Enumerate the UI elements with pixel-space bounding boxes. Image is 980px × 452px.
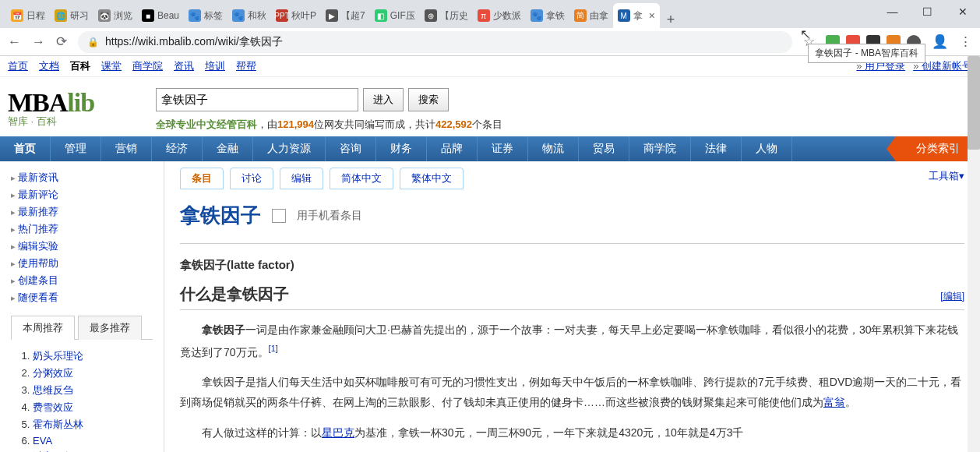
url-text: https://wiki.mbalib.com/wiki/拿铁因子 (105, 35, 283, 49)
sidebar-recommendations: 奶头乐理论分粥效应思维反刍费雪效应霍布斯丛林EVA过客现象特里芬难题 (11, 348, 153, 452)
tab-label: 【历史 (440, 9, 468, 23)
sidebar-tab-week[interactable]: 本周推荐 (11, 316, 75, 340)
mainnav-link[interactable]: 营销 (101, 136, 152, 161)
logo[interactable]: MBAlib 智库 · 百科 (8, 88, 140, 129)
window-close[interactable]: ✕ (945, 0, 980, 23)
topnav-link[interactable]: 首页 (8, 59, 28, 73)
window-minimize[interactable]: — (875, 0, 910, 23)
wiki-link[interactable]: 富翁 (823, 396, 845, 408)
mainnav-link[interactable]: 财务 (376, 136, 427, 161)
go-button[interactable]: 进入 (363, 88, 404, 111)
sidebar-rec-link[interactable]: 奶头乐理论 (33, 350, 83, 362)
sidebar-link[interactable]: 最新推荐 (18, 206, 58, 217)
browser-tab[interactable]: ■Beau (137, 3, 184, 28)
sidebar-rec-link[interactable]: 霍布斯丛林 (33, 418, 83, 430)
browser-tab[interactable]: 🐾和秋 (227, 3, 271, 28)
qr-icon[interactable] (272, 209, 286, 223)
browser-tab[interactable]: 🌐研习 (50, 3, 93, 28)
tab-favicon: M (618, 9, 630, 22)
browser-tab[interactable]: ◧GIF压 (370, 3, 420, 28)
sidebar-link[interactable]: 编辑实验 (18, 240, 58, 252)
reload-button[interactable]: ⟳ (56, 34, 67, 50)
content-tab[interactable]: 讨论 (230, 168, 273, 189)
mainnav-link[interactable]: 金融 (203, 136, 253, 161)
browser-tab[interactable]: PPT秋叶P (271, 3, 321, 28)
sidebar-rec-link[interactable]: 费雪效应 (33, 401, 73, 413)
browser-tab[interactable]: 📅日程 (6, 3, 50, 28)
mainnav-link[interactable]: 咨询 (326, 136, 376, 161)
browser-tab[interactable]: ▶【超7 (321, 3, 370, 28)
cursor-icon: ↖ (800, 26, 810, 41)
tab-label: 秋叶P (291, 9, 316, 23)
sidebar-link[interactable]: 最新资讯 (18, 171, 58, 183)
tab-favicon: 🐾 (189, 9, 201, 22)
tab-label: 研习 (70, 9, 89, 23)
content-tab[interactable]: 繁体中文 (400, 168, 464, 189)
sidebar-rec-link[interactable]: EVA (33, 435, 52, 447)
mainnav-link[interactable]: 法律 (691, 136, 742, 161)
close-icon[interactable]: × (649, 9, 655, 22)
tab-label: Beau (157, 10, 179, 21)
article-title: 拿铁因子 (180, 202, 261, 229)
browser-tab[interactable]: 🐼浏览 (93, 3, 137, 28)
browser-tab[interactable]: 简由拿 (569, 3, 613, 28)
search-input[interactable] (156, 88, 358, 111)
mainnav-link[interactable]: 证券 (478, 136, 528, 161)
topnav-link[interactable]: 帮帮 (236, 59, 256, 73)
toolbox-link[interactable]: 工具箱▾ (929, 169, 964, 183)
ref-link[interactable]: [1] (269, 344, 278, 353)
menu-icon[interactable]: ⋮ (959, 34, 972, 50)
browser-tab[interactable]: π少数派 (473, 3, 526, 28)
sidebar-link[interactable]: 最新评论 (18, 189, 58, 200)
mainnav-link[interactable]: 人力资源 (253, 136, 326, 161)
tab-label: 少数派 (493, 9, 521, 23)
tab-favicon: ■ (142, 9, 154, 22)
topnav-link[interactable]: 课堂 (101, 59, 122, 73)
main-nav: 首页管理营销经济金融人力资源咨询财务品牌证券物流贸易商学院法律人物分类索引 (0, 136, 980, 161)
search-button[interactable]: 搜索 (408, 88, 449, 111)
sidebar-link[interactable]: 创建条目 (18, 274, 58, 286)
browser-tab[interactable]: 🐾标签 (184, 3, 227, 28)
tab-favicon: 🐼 (98, 9, 111, 22)
topnav-link[interactable]: 百科 (70, 59, 90, 73)
forward-button[interactable]: → (32, 34, 45, 50)
sidebar-tab-most[interactable]: 最多推荐 (78, 316, 142, 340)
browser-tab[interactable]: ⊕【历史 (420, 3, 473, 28)
new-tab-button[interactable]: + (660, 12, 682, 28)
topnav-link[interactable]: 文档 (39, 59, 59, 73)
browser-tab[interactable]: M拿× (613, 3, 660, 28)
browser-tab[interactable]: 🐾拿铁 (526, 3, 569, 28)
tab-label: 【超7 (341, 9, 365, 23)
content-tab[interactable]: 简体中文 (330, 168, 393, 189)
topnav-link[interactable]: 培训 (205, 59, 225, 73)
sidebar-rec-link[interactable]: 思维反刍 (33, 384, 73, 396)
content-tab[interactable]: 编辑 (280, 168, 323, 189)
window-maximize[interactable]: ☐ (910, 0, 945, 23)
mainnav-link[interactable]: 人物 (742, 136, 792, 161)
tab-favicon: ⊕ (425, 9, 437, 22)
content-tab[interactable]: 条目 (180, 168, 224, 189)
topnav-link[interactable]: 资讯 (174, 59, 194, 73)
mainnav-link[interactable]: 商学院 (629, 136, 691, 161)
topnav-link[interactable]: 商学院 (132, 59, 163, 73)
mainnav-link[interactable]: 品牌 (427, 136, 478, 161)
sidebar-link[interactable]: 随便看看 (18, 291, 58, 303)
scrollbar-thumb[interactable] (968, 56, 980, 150)
vertical-scrollbar[interactable] (968, 56, 980, 452)
mainnav-link[interactable]: 首页 (0, 136, 51, 161)
sidebar-rec-link[interactable]: 分粥效应 (33, 367, 73, 379)
sidebar-link[interactable]: 使用帮助 (18, 257, 58, 269)
back-button[interactable]: ← (8, 34, 21, 50)
mainnav-link[interactable]: 经济 (152, 136, 203, 161)
profile-icon[interactable]: 👤 (932, 34, 948, 50)
mainnav-link[interactable]: 物流 (528, 136, 579, 161)
address-bar[interactable]: 🔒 https://wiki.mbalib.com/wiki/拿铁因子 (78, 31, 792, 53)
tab-favicon: ◧ (375, 9, 387, 22)
mainnav-link[interactable]: 贸易 (579, 136, 629, 161)
edit-section-link[interactable]: [编辑] (940, 290, 964, 303)
wiki-link[interactable]: 星巴克 (322, 426, 354, 439)
section-heading: 什么是拿铁因子 (180, 284, 289, 305)
sidebar-link[interactable]: 热门推荐 (18, 223, 58, 235)
tab-tooltip: 拿铁因子 - MBA智库百科 (808, 44, 925, 63)
mainnav-link[interactable]: 管理 (51, 136, 101, 161)
